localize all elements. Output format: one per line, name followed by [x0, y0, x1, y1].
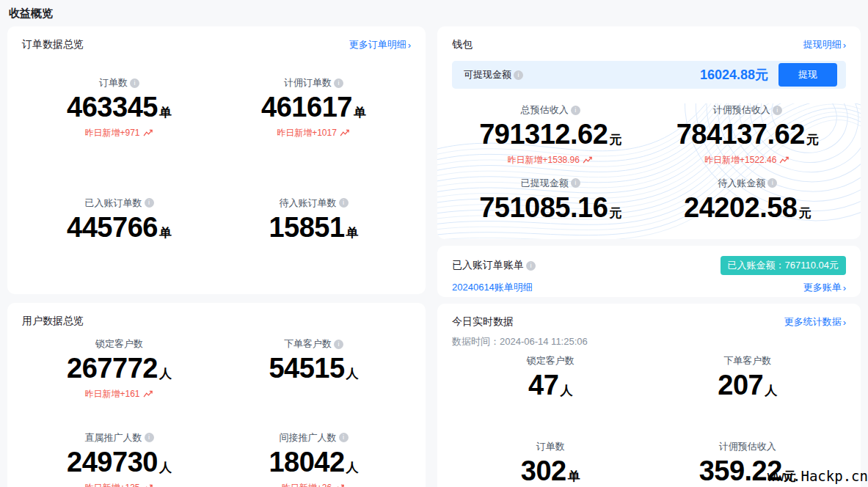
stat-label: 待入账订单数 [280, 197, 337, 210]
stat-value: 267772人 [22, 353, 216, 385]
trend-up-icon [340, 129, 351, 137]
stat-delta: 昨日新增+161 [22, 389, 216, 400]
stat-indirect-promoters: 间接推广人数i 18042人 昨日新增+26 [216, 431, 411, 487]
stat-today-orders: 订单数 302单 [452, 440, 649, 487]
withdrawable-banner: 可提现金额 i 16024.88元 提现 [452, 61, 846, 89]
more-order-details-label: 更多订单明细 [349, 38, 406, 51]
data-time: 数据时间：2024-06-14 11:25:06 [452, 335, 846, 348]
withdraw-details-label: 提现明细 [803, 38, 842, 51]
stat-value: 445766单 [22, 212, 216, 244]
withdrawable-amount: 16024.88元 [700, 66, 768, 84]
info-icon[interactable]: i [334, 78, 343, 88]
stat-value: 15851单 [216, 212, 411, 244]
stat-label: 下单客户数 [723, 354, 771, 367]
stat-value: 47人 [452, 370, 649, 402]
info-icon[interactable]: i [571, 106, 580, 115]
stat-total-estimated-income: 总预估收入i 791312.62元 昨日新增+1538.96 [452, 103, 649, 166]
more-bills-link[interactable]: 更多账单 › [803, 281, 846, 294]
user-card-title: 用户数据总览 [22, 315, 84, 328]
info-icon[interactable]: i [334, 340, 343, 349]
stat-commission-order-count: 计佣订单数i 461617单 昨日新增+1017 [216, 76, 411, 139]
stat-label: 下单客户数 [284, 337, 332, 351]
stat-pending-amount: 待入账金额i 24202.58元 [649, 177, 847, 224]
stat-ordering-customers: 下单客户数i 54515人 [216, 337, 411, 400]
stat-value: 461617单 [216, 92, 411, 124]
stat-value: 18042人 [216, 447, 411, 479]
bill-detail-link[interactable]: 20240614账单明细 [452, 281, 533, 294]
trend-up-icon [583, 156, 594, 164]
chevron-right-icon: › [408, 40, 411, 50]
stat-label: 总预估收入 [521, 103, 569, 117]
stat-value: 249730人 [22, 447, 216, 479]
stat-pending-order-count: 待入账订单数i 15851单 [216, 197, 411, 244]
stat-value: 54515人 [216, 353, 411, 385]
stat-value: 302单 [452, 455, 649, 487]
trend-up-icon [779, 156, 790, 164]
info-icon[interactable]: i [571, 178, 580, 188]
stat-label: 订单数 [99, 76, 128, 89]
stat-label: 计佣预估收入 [713, 103, 770, 117]
stat-label: 计佣预估收入 [719, 440, 776, 453]
info-icon[interactable]: i [145, 198, 154, 208]
info-icon[interactable]: i [339, 198, 349, 208]
chevron-right-icon: › [843, 283, 846, 293]
withdrawable-label: 可提现金额 [464, 68, 511, 81]
stat-delta: 昨日新增+1522.46 [649, 155, 847, 166]
stat-today-ordering-customers: 下单客户数 207人 [649, 354, 847, 402]
stat-direct-promoters: 直属推广人数i 249730人 昨日新增+135 [22, 431, 216, 487]
info-icon[interactable]: i [773, 106, 782, 115]
wallet-card-title: 钱包 [452, 38, 473, 51]
info-icon[interactable]: i [339, 433, 349, 442]
page-title: 收益概览 [0, 0, 868, 26]
more-statistics-link[interactable]: 更多统计数据 › [784, 315, 846, 329]
more-statistics-label: 更多统计数据 [784, 315, 842, 329]
stat-label: 计佣订单数 [284, 76, 332, 89]
withdraw-details-link[interactable]: 提现明细 › [803, 38, 846, 51]
stat-label: 锁定客户数 [95, 337, 143, 351]
info-icon[interactable]: i [130, 78, 139, 88]
trend-up-icon [143, 484, 154, 487]
info-icon[interactable]: i [145, 433, 154, 442]
wallet-card: 钱包 提现明细 › 可提现金额 i 16024.88元 提现 总预估收入i [437, 26, 861, 239]
info-icon[interactable]: i [514, 70, 523, 80]
dashboard-columns: 订单数据总览 更多订单明细 › 订单数i 463345单 昨日新增+971 计佣… [0, 26, 868, 487]
stat-delta: 昨日新增+26 [216, 482, 411, 487]
stat-label: 锁定客户数 [527, 354, 575, 367]
more-order-details-link[interactable]: 更多订单明细 › [349, 38, 411, 51]
more-bills-label: 更多账单 [803, 281, 842, 294]
stat-value: 463345单 [22, 92, 216, 124]
billing-card-title: 已入账订单账单 [452, 259, 524, 272]
stat-delta: 昨日新增+135 [22, 482, 216, 487]
stat-label: 间接推广人数 [280, 431, 337, 444]
stat-value: 751085.16元 [452, 192, 649, 224]
stat-value: 207人 [649, 370, 847, 402]
settled-amount-badge: 已入账金额：767110.04元 [721, 256, 847, 275]
order-card-title: 订单数据总览 [22, 38, 84, 51]
user-data-card: 用户数据总览 锁定客户数 267772人 昨日新增+161 下单客户数i 545… [7, 303, 426, 487]
withdraw-button[interactable]: 提现 [778, 63, 837, 87]
stat-label: 已入账订单数 [85, 197, 142, 210]
stat-delta: 昨日新增+971 [22, 128, 216, 139]
today-card-title: 今日实时数据 [452, 315, 514, 329]
trend-up-icon [143, 390, 154, 398]
stat-label: 订单数 [536, 440, 565, 453]
stat-value: 784137.62元 [649, 119, 847, 151]
info-icon[interactable]: i [767, 178, 777, 188]
chevron-right-icon: › [843, 318, 846, 327]
trend-up-icon [143, 129, 154, 137]
settled-billing-card: 已入账订单账单 i 已入账金额：767110.04元 20240614账单明细 … [437, 246, 861, 297]
stat-today-locked-customers: 锁定客户数 47人 [452, 354, 649, 402]
stat-value: 791312.62元 [452, 119, 649, 151]
info-icon[interactable]: i [526, 261, 536, 271]
today-realtime-card: 今日实时数据 更多统计数据 › 数据时间：2024-06-14 11:25:06… [437, 304, 861, 487]
stat-locked-customers: 锁定客户数 267772人 昨日新增+161 [22, 337, 216, 400]
stat-settled-order-count: 已入账订单数i 445766单 [22, 197, 216, 244]
stat-label: 已提现金额 [521, 177, 569, 190]
watermark: www.Hackp.cn [767, 468, 868, 484]
chevron-right-icon: › [843, 40, 846, 50]
stat-withdrawn-amount: 已提现金额i 751085.16元 [452, 177, 649, 224]
stat-commission-estimated-income: 计佣预估收入i 784137.62元 昨日新增+1522.46 [649, 103, 847, 166]
trend-up-icon [335, 484, 346, 487]
stat-label: 直属推广人数 [85, 431, 142, 444]
stat-value: 24202.58元 [649, 192, 847, 224]
